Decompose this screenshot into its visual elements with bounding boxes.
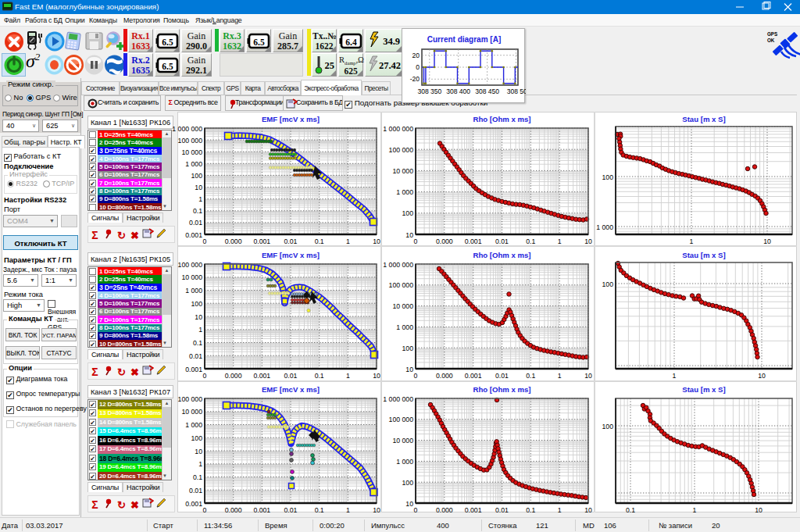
svg-text:0.000: 0.000 bbox=[436, 372, 453, 380]
svg-text:1 000 000: 1 000 000 bbox=[383, 395, 413, 403]
svg-text:0.01: 0.01 bbox=[284, 506, 298, 514]
svg-text:1 000: 1 000 bbox=[185, 160, 202, 168]
svg-text:Rho [Ohm x ms]: Rho [Ohm x ms] bbox=[473, 385, 530, 394]
svg-text:10: 10 bbox=[373, 506, 380, 514]
svg-text:0.01: 0.01 bbox=[495, 237, 509, 245]
svg-text:0.001: 0.001 bbox=[185, 366, 202, 373]
svg-text:0: 0 bbox=[203, 506, 207, 514]
svg-text:100: 100 bbox=[191, 300, 203, 308]
svg-text:10: 10 bbox=[195, 448, 202, 455]
svg-text:0.1: 0.1 bbox=[193, 207, 202, 215]
svg-text:100: 100 bbox=[402, 345, 414, 352]
svg-text:10: 10 bbox=[758, 372, 766, 380]
svg-text:0.1: 0.1 bbox=[626, 506, 635, 514]
svg-text:10: 10 bbox=[405, 500, 413, 508]
svg-text:0.1: 0.1 bbox=[526, 237, 535, 245]
svg-text:0.01: 0.01 bbox=[284, 237, 298, 245]
svg-text:1 000 000: 1 000 000 bbox=[383, 261, 413, 269]
svg-text:308 450: 308 450 bbox=[475, 87, 499, 95]
svg-text:100: 100 bbox=[602, 173, 614, 181]
svg-text:1: 1 bbox=[346, 237, 350, 245]
svg-text:1 000: 1 000 bbox=[185, 287, 202, 295]
svg-text:0.1: 0.1 bbox=[315, 237, 324, 245]
svg-text:0.01: 0.01 bbox=[284, 372, 298, 380]
svg-text:1: 1 bbox=[198, 460, 202, 468]
svg-text:0: 0 bbox=[414, 506, 418, 514]
svg-text:0.01: 0.01 bbox=[495, 372, 509, 380]
svg-text:0.01: 0.01 bbox=[189, 352, 202, 360]
svg-text:1: 1 bbox=[346, 506, 350, 514]
svg-text:0.001: 0.001 bbox=[465, 506, 482, 514]
svg-text:0.1: 0.1 bbox=[315, 506, 324, 514]
svg-text:100 000: 100 000 bbox=[178, 261, 203, 269]
svg-text:10: 10 bbox=[405, 366, 413, 373]
svg-text:0.01: 0.01 bbox=[495, 506, 509, 514]
svg-text:10: 10 bbox=[373, 237, 380, 245]
svg-text:0.001: 0.001 bbox=[253, 506, 270, 514]
svg-text:0.001: 0.001 bbox=[253, 372, 270, 380]
svg-text:0.000: 0.000 bbox=[225, 237, 242, 245]
svg-text:Stau [m x S]: Stau [m x S] bbox=[682, 385, 725, 394]
svg-text:0.000: 0.000 bbox=[225, 506, 242, 514]
svg-text:10: 10 bbox=[755, 506, 762, 514]
svg-text:0.01: 0.01 bbox=[189, 219, 202, 227]
svg-text:10: 10 bbox=[373, 372, 380, 380]
svg-text:0.001: 0.001 bbox=[185, 231, 202, 239]
svg-text:100: 100 bbox=[402, 479, 414, 487]
svg-text:Rho [Ohm x ms]: Rho [Ohm x ms] bbox=[473, 251, 530, 259]
svg-text:0.000: 0.000 bbox=[436, 506, 453, 514]
svg-text:1 000: 1 000 bbox=[396, 188, 413, 196]
svg-text:308 50: 308 50 bbox=[507, 87, 526, 95]
svg-text:20: 20 bbox=[412, 52, 420, 59]
svg-text:0.1: 0.1 bbox=[193, 339, 202, 347]
svg-text:0.01: 0.01 bbox=[189, 487, 202, 495]
svg-text:0.1: 0.1 bbox=[526, 372, 535, 380]
svg-text:1 000: 1 000 bbox=[596, 223, 613, 231]
svg-text:10: 10 bbox=[195, 313, 202, 321]
svg-text:Stau [m x S]: Stau [m x S] bbox=[682, 251, 725, 259]
svg-text:1: 1 bbox=[673, 372, 677, 380]
svg-text:100: 100 bbox=[191, 434, 203, 442]
svg-text:1 000: 1 000 bbox=[185, 421, 202, 429]
svg-text:1: 1 bbox=[558, 237, 562, 245]
svg-text:10: 10 bbox=[405, 231, 413, 239]
svg-text:0.001: 0.001 bbox=[253, 237, 270, 245]
svg-text:0.000: 0.000 bbox=[225, 372, 242, 380]
svg-text:10: 10 bbox=[584, 506, 592, 514]
svg-text:1: 1 bbox=[693, 506, 697, 514]
svg-text:308 400: 308 400 bbox=[446, 87, 470, 95]
svg-text:100: 100 bbox=[602, 423, 614, 430]
svg-text:0: 0 bbox=[414, 237, 418, 245]
svg-text:100 000: 100 000 bbox=[389, 281, 414, 289]
svg-text:0: 0 bbox=[414, 372, 418, 380]
svg-text:1: 1 bbox=[558, 506, 562, 514]
svg-text:1 000 000: 1 000 000 bbox=[172, 125, 202, 133]
svg-text:0.1: 0.1 bbox=[193, 473, 202, 481]
svg-text:1: 1 bbox=[198, 195, 202, 203]
svg-text:0.000: 0.000 bbox=[436, 237, 453, 245]
svg-text:10: 10 bbox=[195, 184, 202, 191]
svg-text:10 000: 10 000 bbox=[181, 273, 202, 281]
svg-text:100: 100 bbox=[402, 209, 414, 217]
svg-text:10: 10 bbox=[584, 372, 592, 380]
svg-text:EMF [mcV x ms]: EMF [mcV x ms] bbox=[262, 115, 320, 123]
svg-text:0.1: 0.1 bbox=[526, 506, 535, 514]
svg-text:1 000: 1 000 bbox=[396, 323, 413, 331]
svg-text:0.001: 0.001 bbox=[465, 372, 482, 380]
svg-text:10 000: 10 000 bbox=[181, 148, 202, 156]
svg-text:0: 0 bbox=[203, 372, 207, 380]
svg-text:0.001: 0.001 bbox=[465, 237, 482, 245]
svg-text:100 000: 100 000 bbox=[389, 416, 414, 423]
svg-text:100 000: 100 000 bbox=[178, 137, 203, 145]
svg-text:1: 1 bbox=[198, 326, 202, 334]
svg-text:0: 0 bbox=[416, 63, 420, 71]
svg-text:100: 100 bbox=[191, 172, 203, 180]
svg-text:10 000: 10 000 bbox=[392, 167, 413, 175]
svg-text:0: 0 bbox=[203, 237, 207, 245]
svg-text:100: 100 bbox=[602, 280, 614, 288]
svg-text:10 000: 10 000 bbox=[392, 437, 413, 445]
svg-text:0.001: 0.001 bbox=[185, 500, 202, 508]
svg-text:Stau [m x S]: Stau [m x S] bbox=[682, 115, 725, 123]
svg-text:-20: -20 bbox=[410, 75, 420, 83]
svg-text:100 000: 100 000 bbox=[389, 146, 414, 154]
